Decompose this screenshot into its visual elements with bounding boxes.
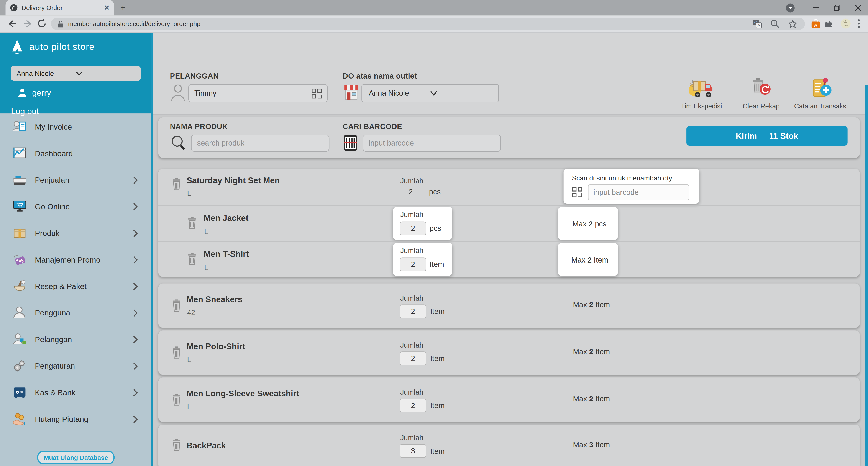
sidebar-item-hutang-piutang[interactable]: Hutang Piutang <box>0 406 151 432</box>
delete-icon[interactable] <box>187 252 197 265</box>
sidebar-item-my-invoice[interactable]: My Invoice <box>0 114 151 140</box>
catatan-transaksi-button[interactable]: Catatan Transaksi <box>790 76 851 110</box>
shopping-extension-icon[interactable]: A <box>811 19 820 29</box>
chevron-right-icon <box>133 282 138 290</box>
window-close-button[interactable] <box>855 0 862 15</box>
max-popup: Max 2 pcs <box>558 207 618 240</box>
tim-ekspedisi-button[interactable]: Tim Ekspedisi <box>671 76 732 110</box>
qty-input[interactable] <box>400 304 426 318</box>
back-button[interactable] <box>7 18 18 29</box>
barcode-input[interactable] <box>363 134 501 152</box>
order-header: PELANGGAN DO atas nama outlet Anna Nicol… <box>153 33 868 115</box>
product-variant: L <box>187 402 191 411</box>
do-outlet-select[interactable]: Anna Nicole <box>362 84 499 102</box>
clear-rekap-button[interactable]: Clear Rekap <box>731 76 792 110</box>
delete-icon[interactable] <box>172 346 182 359</box>
browser-tab[interactable]: Delivery Order ✕ <box>6 0 114 15</box>
sidebar-item-produk[interactable]: Produk <box>0 220 151 246</box>
kirim-label: Kirim <box>736 131 757 141</box>
jumlah-label: Jumlah <box>400 294 424 302</box>
tab-close-icon[interactable]: ✕ <box>104 4 110 12</box>
product-card: Men Long-Sleeve Sweatshirt L Jumlah Item… <box>158 377 860 422</box>
scan-popup-title: Scan di sini untuk menambah qty <box>572 175 672 182</box>
store-icon <box>343 84 359 101</box>
product-name: Men Long-Sleeve Sweatshirt <box>187 389 299 398</box>
delete-icon[interactable] <box>187 217 197 229</box>
extensions-puzzle-icon[interactable] <box>826 19 834 28</box>
window-restore-button[interactable] <box>834 0 840 15</box>
qty-unit: pcs <box>430 224 441 232</box>
sidebar-item-label: Pengaturan <box>35 362 75 370</box>
sidebar-item-resep-paket[interactable]: Resep & Paket <box>0 273 151 300</box>
browser-tabbar: Delivery Order ✕ + <box>0 0 868 15</box>
qty-unit: Item <box>430 401 445 410</box>
browser-menu-kebab-icon[interactable] <box>858 19 860 28</box>
box-icon <box>12 226 27 240</box>
browser-update-badge-icon[interactable] <box>785 0 795 15</box>
table-row: Men Jacket L Jumlah pcs Max 2 pcs <box>158 206 860 242</box>
delete-icon[interactable] <box>172 393 182 406</box>
qty-unit: Item <box>430 307 445 315</box>
delete-icon[interactable] <box>172 438 182 451</box>
new-tab-button[interactable]: + <box>119 3 127 12</box>
app-page: auto pilot store Anna Nicole gerry Log o… <box>0 33 868 466</box>
sidebar-item-penjualan[interactable]: Penjualan <box>0 166 151 193</box>
cash-register-icon <box>12 173 27 187</box>
chevron-down-icon <box>76 71 135 75</box>
url-bar[interactable]: member.autopilotstore.co.id/delivery_ord… <box>51 18 805 30</box>
search-produk-input[interactable] <box>191 134 329 152</box>
sidebar-outlet-select-value: Anna Nicole <box>17 69 76 77</box>
zoom-icon[interactable] <box>771 19 779 28</box>
sidebar-item-dashboard[interactable]: Dashboard <box>0 140 151 166</box>
product-card: Men Sneakers 42 Jumlah Item Max 2 Item <box>158 283 860 328</box>
pelanggan-input[interactable] <box>188 84 328 102</box>
qty-unit: Item <box>430 354 445 363</box>
delete-icon[interactable] <box>172 178 182 190</box>
catatan-transaksi-label: Catatan Transaksi <box>790 102 851 110</box>
bookmark-star-icon[interactable] <box>788 19 797 28</box>
translate-icon[interactable]: GA <box>753 19 762 28</box>
forward-button[interactable] <box>22 18 33 29</box>
promo-tag-icon: % <box>12 252 27 267</box>
brand-text: auto pilot store <box>29 41 95 53</box>
scan-popup-barcode-input[interactable] <box>588 184 689 200</box>
sidebar-menu: My Invoice Dashboard Penjualan Go Online <box>0 114 151 466</box>
sidebar-outlet-select[interactable]: Anna Nicole <box>11 66 141 81</box>
qr-scan-icon[interactable] <box>311 87 323 100</box>
sidebar-item-pengaturan[interactable]: Pengaturan <box>0 352 151 379</box>
qty-input[interactable] <box>400 351 426 365</box>
reload-button[interactable] <box>36 18 47 29</box>
product-group-card: Saturday Night Set Men L Jumlah 2 pcs Sc… <box>158 169 860 277</box>
page-scrollbar[interactable] <box>865 85 868 466</box>
reload-database-button[interactable]: Muat Ulang Database <box>37 451 115 464</box>
person-outline-icon <box>170 84 185 102</box>
qty-value: 2 <box>408 188 413 196</box>
sidebar-item-label: Hutang Piutang <box>35 414 88 424</box>
qty-input[interactable] <box>400 399 426 412</box>
sidebar-item-pengguna[interactable]: Pengguna <box>0 300 151 326</box>
sidebar-item-label: Resep & Paket <box>35 282 87 291</box>
table-row: Men T-Shirt L Jumlah Item Max 2 Item <box>158 242 860 277</box>
jumlah-label: Jumlah <box>400 246 424 255</box>
qty-input[interactable] <box>400 257 426 271</box>
brand-logo-icon <box>10 39 24 55</box>
product-name: Men T-Shirt <box>204 249 249 258</box>
sidebar-item-kas-bank[interactable]: Kas & Bank <box>0 379 151 406</box>
chevron-right-icon <box>133 255 138 264</box>
main-content: PELANGGAN DO atas nama outlet Anna Nicol… <box>153 33 868 466</box>
max-stock-text: Max 2 Item <box>573 395 610 403</box>
window-minimize-button[interactable] <box>813 0 819 15</box>
product-variant: L <box>204 227 208 236</box>
search-icon <box>170 134 186 151</box>
sidebar-item-manajemen-promo[interactable]: % Manajemen Promo <box>0 246 151 273</box>
sidebar-item-go-online[interactable]: Go Online <box>0 193 151 220</box>
profile-avatar[interactable] <box>840 18 850 29</box>
delete-icon[interactable] <box>172 299 182 312</box>
sidebar-item-label: Kas & Bank <box>35 388 75 397</box>
qty-input[interactable] <box>400 444 426 458</box>
dashboard-icon <box>12 146 27 160</box>
qty-input[interactable] <box>400 221 426 236</box>
kirim-button[interactable]: Kirim 11 Stok <box>686 126 847 146</box>
sidebar-item-pelanggan[interactable]: Pelanggan <box>0 326 151 352</box>
chevron-right-icon <box>133 388 138 397</box>
